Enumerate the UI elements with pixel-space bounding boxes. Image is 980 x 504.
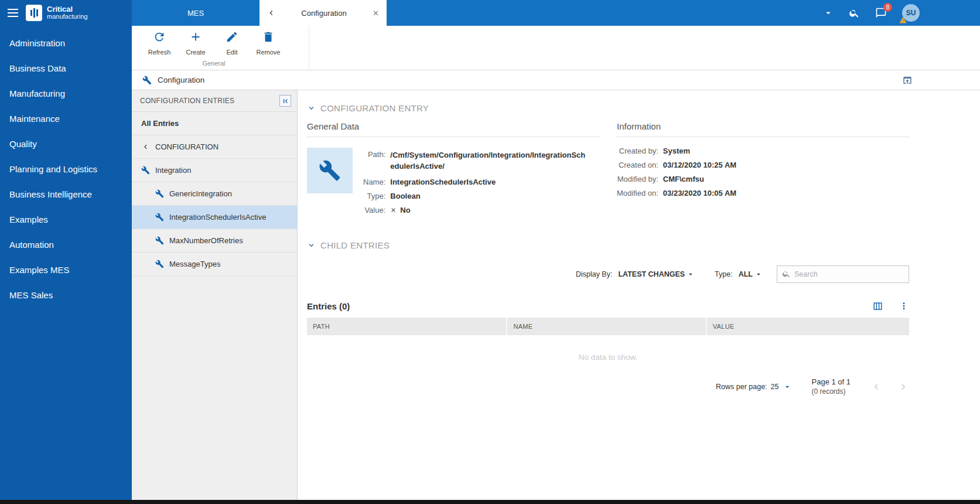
sidebar-item-administration[interactable]: Administration	[0, 30, 132, 56]
type-label: Type:	[363, 192, 385, 200]
caret-down-icon	[783, 382, 792, 391]
tab-configuration[interactable]: Configuration	[259, 0, 387, 26]
main-panel: CONFIGURATION ENTRY General Data P	[298, 90, 980, 504]
records-count-text: (0 records)	[812, 387, 851, 396]
general-data-title: General Data	[307, 121, 599, 137]
tree-item-all-entries[interactable]: All Entries	[132, 112, 297, 135]
entries-count-title: Entries (0)	[307, 301, 350, 311]
information-column: Information Created by: System Created o…	[617, 121, 909, 214]
tab-back-icon[interactable]	[267, 8, 276, 18]
refresh-icon	[153, 30, 166, 46]
type-value: Boolean	[390, 192, 586, 200]
created-by-label: Created by:	[617, 147, 658, 155]
configuration-entry-section-header[interactable]: CONFIGURATION ENTRY	[307, 103, 909, 113]
menu-icon[interactable]	[0, 0, 26, 26]
information-fields: Created by: System Created on: 03/12/202…	[617, 147, 909, 197]
tree-item-label: MaxNumberOfRetries	[169, 236, 243, 245]
edit-button[interactable]: Edit	[215, 30, 249, 56]
created-on-label: Created on:	[617, 161, 658, 169]
wrench-icon	[155, 236, 164, 245]
column-header-name[interactable]: NAME	[506, 318, 705, 335]
caret-down-icon	[754, 270, 763, 278]
search-input[interactable]	[794, 270, 904, 278]
tree-item-label: IntegrationSchedulerIsActive	[169, 213, 266, 222]
value-label: Value:	[363, 206, 385, 214]
pencil-icon	[226, 30, 238, 46]
sidebar-item-planning-logistics[interactable]: Planning and Logistics	[0, 156, 132, 182]
topbar: Critical manufacturing MES Configuration	[0, 0, 980, 26]
kebab-menu-icon[interactable]	[899, 301, 909, 311]
tree-back-configuration[interactable]: CONFIGURATION	[132, 135, 297, 159]
sidebar-item-mes-sales[interactable]: MES Sales	[0, 282, 132, 308]
next-page-icon[interactable]	[897, 381, 909, 393]
sidebar-item-quality[interactable]: Quality	[0, 131, 132, 156]
chevron-down-icon	[307, 241, 316, 250]
tab-mes[interactable]: MES	[132, 0, 259, 26]
tree-item-genericintegration[interactable]: GenericIntegration	[132, 182, 297, 206]
wrench-icon	[142, 76, 152, 85]
false-x-icon	[390, 207, 397, 213]
sidebar-item-examples[interactable]: Examples	[0, 207, 132, 232]
previous-page-icon[interactable]	[870, 381, 882, 393]
tree-item-label: GenericIntegration	[169, 189, 232, 198]
toolbar-group-label: General	[142, 60, 285, 68]
display-by-label: Display By:	[576, 270, 613, 278]
wrench-icon	[141, 166, 150, 175]
tree-panel-header: CONFIGURATION ENTRIES	[132, 90, 297, 112]
tree-back-label: CONFIGURATION	[155, 142, 218, 151]
critical-manufacturing-logo	[26, 5, 42, 21]
sidebar-item-business-intelligence[interactable]: Business Intelligence	[0, 182, 132, 207]
tree-panel-title: CONFIGURATION ENTRIES	[140, 97, 234, 105]
type-filter-select[interactable]: ALL	[739, 270, 763, 278]
child-entries-section-header[interactable]: CHILD ENTRIES	[307, 240, 909, 250]
tabs-dropdown-icon[interactable]	[823, 8, 834, 18]
tree-item-maxnumberofretries[interactable]: MaxNumberOfRetries	[132, 229, 297, 253]
remove-button[interactable]: Remove	[251, 30, 285, 56]
app-root: Critical manufacturing MES Configuration	[0, 0, 980, 504]
toolbar: Refresh Create Edit	[132, 26, 980, 70]
tree-item-integration[interactable]: Integration	[132, 159, 297, 182]
sidebar-item-manufacturing[interactable]: Manufacturing	[0, 81, 132, 106]
avatar[interactable]: SU	[902, 4, 920, 22]
display-by-select[interactable]: LATEST CHANGES	[618, 270, 695, 278]
workspace: CONFIGURATION ENTRIES All Entries CONFIG…	[132, 90, 980, 504]
entries-header: Entries (0)	[307, 301, 909, 312]
sidebar: Administration Business Data Manufacturi…	[0, 26, 132, 504]
rows-per-page-label: Rows per page:	[716, 383, 767, 391]
avatar-initials: SU	[906, 9, 916, 17]
breadcrumb-title: Configuration	[158, 76, 204, 84]
information-title: Information	[617, 121, 909, 137]
sidebar-item-business-data[interactable]: Business Data	[0, 56, 132, 81]
rows-per-page-select[interactable]: Rows per page: 25	[716, 382, 791, 391]
warning-icon	[899, 16, 907, 24]
app-body: Administration Business Data Manufacturi…	[0, 26, 980, 504]
modified-by-value: CMF\cmfsu	[663, 175, 909, 183]
refresh-label: Refresh	[148, 49, 171, 56]
topbar-spacer	[387, 0, 823, 26]
page-info: Page 1 of 1 (0 records)	[812, 377, 851, 397]
popout-icon[interactable]	[902, 75, 913, 86]
entries-table: PATH NAME VALUE No data to show.	[307, 318, 909, 362]
tab-close-icon[interactable]	[372, 9, 380, 17]
topbar-icons: 8 SU	[823, 0, 920, 26]
create-button[interactable]: Create	[179, 30, 213, 56]
plus-icon	[189, 30, 202, 46]
messages-icon[interactable]: 8	[875, 7, 887, 19]
collapse-panel-icon[interactable]	[279, 95, 291, 107]
name-label: Name:	[363, 178, 385, 186]
display-by-value: LATEST CHANGES	[618, 270, 685, 278]
column-settings-icon[interactable]	[872, 301, 883, 312]
name-value: IntegrationSchedulerIsActive	[390, 178, 586, 186]
modified-on-label: Modified on:	[617, 189, 658, 197]
tree-item-messagetypes[interactable]: MessageTypes	[132, 253, 297, 276]
sidebar-item-maintenance[interactable]: Maintenance	[0, 106, 132, 131]
tree-item-integrationschedulerisactive[interactable]: IntegrationSchedulerIsActive	[132, 206, 297, 229]
wrench-icon	[155, 213, 164, 222]
column-header-path[interactable]: PATH	[307, 318, 506, 335]
sidebar-item-examples-mes[interactable]: Examples MES	[0, 257, 132, 282]
entry-detail-grid: General Data Path: /Cmf/System/Configura…	[307, 121, 909, 214]
sidebar-item-automation[interactable]: Automation	[0, 232, 132, 257]
refresh-button[interactable]: Refresh	[142, 30, 176, 56]
search-icon[interactable]	[849, 8, 860, 19]
column-header-value[interactable]: VALUE	[706, 318, 909, 335]
